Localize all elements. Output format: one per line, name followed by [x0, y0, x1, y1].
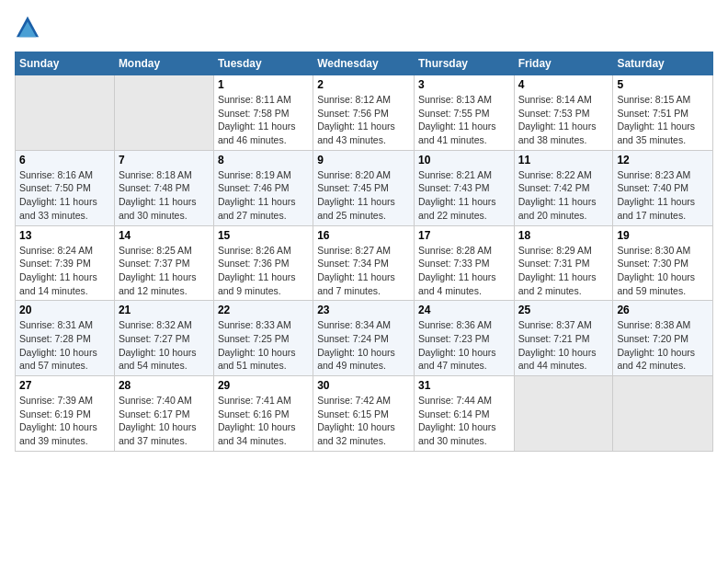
calendar-cell: 5Sunrise: 8:15 AM Sunset: 7:51 PM Daylig…: [613, 75, 713, 151]
day-info: Sunrise: 8:38 AM Sunset: 7:20 PM Dayligh…: [617, 318, 709, 373]
day-info: Sunrise: 8:12 AM Sunset: 7:56 PM Dayligh…: [317, 93, 410, 147]
calendar-cell: 3Sunrise: 8:13 AM Sunset: 7:55 PM Daylig…: [414, 75, 514, 151]
day-info: Sunrise: 8:22 AM Sunset: 7:42 PM Dayligh…: [518, 168, 609, 223]
calendar-cell: 23Sunrise: 8:34 AM Sunset: 7:24 PM Dayli…: [313, 301, 415, 376]
day-number: 21: [119, 304, 210, 316]
day-number: 8: [218, 154, 309, 167]
day-number: 31: [418, 379, 510, 392]
calendar-cell: 15Sunrise: 8:26 AM Sunset: 7:36 PM Dayli…: [213, 225, 313, 301]
weekday-header: Saturday: [613, 52, 713, 75]
calendar-cell: 13Sunrise: 8:24 AM Sunset: 7:39 PM Dayli…: [16, 225, 115, 301]
day-info: Sunrise: 8:15 AM Sunset: 7:51 PM Dayligh…: [617, 93, 709, 147]
day-number: 10: [418, 154, 510, 167]
calendar-cell: 10Sunrise: 8:21 AM Sunset: 7:43 PM Dayli…: [414, 150, 514, 225]
calendar-week-row: 1Sunrise: 8:11 AM Sunset: 7:58 PM Daylig…: [16, 75, 713, 151]
day-info: Sunrise: 8:34 AM Sunset: 7:24 PM Dayligh…: [317, 318, 410, 373]
calendar-cell: 1Sunrise: 8:11 AM Sunset: 7:58 PM Daylig…: [213, 75, 313, 151]
calendar-cell: 27Sunrise: 7:39 AM Sunset: 6:19 PM Dayli…: [16, 376, 115, 452]
weekday-header: Wednesday: [313, 52, 415, 75]
day-number: 1: [218, 78, 309, 91]
day-info: Sunrise: 7:40 AM Sunset: 6:17 PM Dayligh…: [119, 394, 210, 448]
day-number: 19: [617, 229, 709, 242]
weekday-row: SundayMondayTuesdayWednesdayThursdayFrid…: [16, 52, 713, 75]
day-info: Sunrise: 7:42 AM Sunset: 6:15 PM Dayligh…: [317, 394, 410, 448]
calendar-cell: 30Sunrise: 7:42 AM Sunset: 6:15 PM Dayli…: [313, 376, 415, 452]
calendar-cell: 25Sunrise: 8:37 AM Sunset: 7:21 PM Dayli…: [514, 301, 613, 376]
day-number: 28: [119, 379, 210, 392]
calendar-cell: [613, 376, 713, 452]
calendar-header: SundayMondayTuesdayWednesdayThursdayFrid…: [16, 52, 713, 75]
calendar-week-row: 27Sunrise: 7:39 AM Sunset: 6:19 PM Dayli…: [16, 376, 713, 452]
day-info: Sunrise: 8:27 AM Sunset: 7:34 PM Dayligh…: [317, 244, 410, 298]
day-number: 5: [617, 78, 709, 91]
day-info: Sunrise: 8:14 AM Sunset: 7:53 PM Dayligh…: [518, 93, 609, 147]
calendar-cell: 9Sunrise: 8:20 AM Sunset: 7:45 PM Daylig…: [313, 150, 415, 225]
header: [15, 15, 713, 40]
calendar-cell: 18Sunrise: 8:29 AM Sunset: 7:31 PM Dayli…: [514, 225, 613, 301]
day-info: Sunrise: 8:26 AM Sunset: 7:36 PM Dayligh…: [218, 244, 309, 298]
calendar-cell: 14Sunrise: 8:25 AM Sunset: 7:37 PM Dayli…: [114, 225, 213, 301]
day-number: 20: [19, 304, 110, 316]
calendar-cell: 19Sunrise: 8:30 AM Sunset: 7:30 PM Dayli…: [613, 225, 713, 301]
day-number: 16: [317, 229, 410, 242]
day-info: Sunrise: 8:16 AM Sunset: 7:50 PM Dayligh…: [19, 168, 110, 223]
day-number: 17: [418, 229, 510, 242]
day-info: Sunrise: 7:39 AM Sunset: 6:19 PM Dayligh…: [19, 394, 110, 448]
day-number: 29: [218, 379, 309, 392]
day-number: 23: [317, 304, 410, 316]
day-number: 9: [317, 154, 410, 167]
day-number: 6: [19, 154, 110, 167]
day-info: Sunrise: 8:29 AM Sunset: 7:31 PM Dayligh…: [518, 244, 609, 298]
calendar-container: SundayMondayTuesdayWednesdayThursdayFrid…: [0, 0, 728, 459]
calendar-week-row: 13Sunrise: 8:24 AM Sunset: 7:39 PM Dayli…: [16, 225, 713, 301]
calendar-cell: [16, 75, 115, 151]
logo-icon: [15, 15, 40, 40]
calendar-cell: 31Sunrise: 7:44 AM Sunset: 6:14 PM Dayli…: [414, 376, 514, 452]
day-number: 2: [317, 78, 410, 91]
calendar-cell: 6Sunrise: 8:16 AM Sunset: 7:50 PM Daylig…: [16, 150, 115, 225]
weekday-header: Thursday: [414, 52, 514, 75]
day-number: 11: [518, 154, 609, 167]
weekday-header: Sunday: [16, 52, 115, 75]
calendar-cell: 28Sunrise: 7:40 AM Sunset: 6:17 PM Dayli…: [114, 376, 213, 452]
day-info: Sunrise: 7:44 AM Sunset: 6:14 PM Dayligh…: [418, 394, 510, 448]
calendar-week-row: 6Sunrise: 8:16 AM Sunset: 7:50 PM Daylig…: [16, 150, 713, 225]
day-number: 25: [518, 304, 609, 316]
day-info: Sunrise: 8:21 AM Sunset: 7:43 PM Dayligh…: [418, 168, 510, 223]
calendar-cell: 22Sunrise: 8:33 AM Sunset: 7:25 PM Dayli…: [213, 301, 313, 376]
day-number: 22: [218, 304, 309, 316]
calendar-cell: 12Sunrise: 8:23 AM Sunset: 7:40 PM Dayli…: [613, 150, 713, 225]
calendar-cell: 16Sunrise: 8:27 AM Sunset: 7:34 PM Dayli…: [313, 225, 415, 301]
day-number: 26: [617, 304, 709, 316]
calendar-cell: 29Sunrise: 7:41 AM Sunset: 6:16 PM Dayli…: [213, 376, 313, 452]
calendar-cell: 7Sunrise: 8:18 AM Sunset: 7:48 PM Daylig…: [114, 150, 213, 225]
day-info: Sunrise: 8:28 AM Sunset: 7:33 PM Dayligh…: [418, 244, 510, 298]
weekday-header: Friday: [514, 52, 613, 75]
day-number: 15: [218, 229, 309, 242]
calendar-cell: 4Sunrise: 8:14 AM Sunset: 7:53 PM Daylig…: [514, 75, 613, 151]
day-info: Sunrise: 8:25 AM Sunset: 7:37 PM Dayligh…: [119, 244, 210, 298]
day-number: 7: [119, 154, 210, 167]
calendar-cell: 17Sunrise: 8:28 AM Sunset: 7:33 PM Dayli…: [414, 225, 514, 301]
day-number: 24: [418, 304, 510, 316]
day-number: 3: [418, 78, 510, 91]
day-number: 18: [518, 229, 609, 242]
day-info: Sunrise: 8:11 AM Sunset: 7:58 PM Dayligh…: [218, 93, 309, 147]
logo: [15, 15, 44, 40]
day-info: Sunrise: 8:36 AM Sunset: 7:23 PM Dayligh…: [418, 318, 510, 373]
calendar-cell: [114, 75, 213, 151]
calendar-week-row: 20Sunrise: 8:31 AM Sunset: 7:28 PM Dayli…: [16, 301, 713, 376]
calendar-cell: [514, 376, 613, 452]
calendar-cell: 20Sunrise: 8:31 AM Sunset: 7:28 PM Dayli…: [16, 301, 115, 376]
calendar-cell: 11Sunrise: 8:22 AM Sunset: 7:42 PM Dayli…: [514, 150, 613, 225]
weekday-header: Monday: [114, 52, 213, 75]
calendar-table: SundayMondayTuesdayWednesdayThursdayFrid…: [15, 52, 713, 452]
day-info: Sunrise: 8:31 AM Sunset: 7:28 PM Dayligh…: [19, 318, 110, 373]
calendar-cell: 24Sunrise: 8:36 AM Sunset: 7:23 PM Dayli…: [414, 301, 514, 376]
weekday-header: Tuesday: [213, 52, 313, 75]
day-info: Sunrise: 8:37 AM Sunset: 7:21 PM Dayligh…: [518, 318, 609, 373]
day-number: 27: [19, 379, 110, 392]
day-number: 13: [19, 229, 110, 242]
day-info: Sunrise: 8:19 AM Sunset: 7:46 PM Dayligh…: [218, 168, 309, 223]
day-info: Sunrise: 8:20 AM Sunset: 7:45 PM Dayligh…: [317, 168, 410, 223]
